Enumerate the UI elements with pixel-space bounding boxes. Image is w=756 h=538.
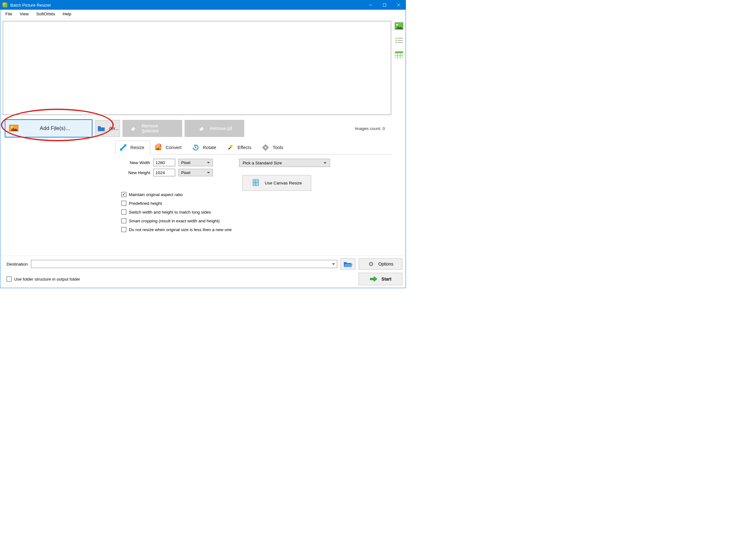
thumbnails-icon — [395, 22, 404, 30]
view-mode-toolbar — [392, 19, 406, 255]
effects-icon — [226, 143, 234, 152]
checkbox-icon — [121, 218, 126, 223]
window-title: Batch Picture Resizer — [10, 3, 51, 8]
svg-point-39 — [396, 42, 397, 43]
check-no-resize-smaller[interactable]: Do not resize when original size is less… — [121, 227, 340, 232]
resize-icon — [119, 143, 127, 152]
svg-marker-10 — [199, 127, 204, 131]
view-list-button[interactable] — [394, 35, 404, 45]
svg-marker-50 — [370, 277, 377, 282]
tab-bar: Resize Convert Rotate — [115, 140, 391, 154]
canvas-icon — [252, 178, 261, 188]
chevron-down-icon — [332, 263, 335, 265]
gear-icon — [368, 260, 375, 267]
minimize-button[interactable] — [363, 0, 377, 10]
new-height-input[interactable] — [153, 169, 175, 176]
menu-file[interactable]: File — [2, 10, 16, 18]
menu-softorbits[interactable]: SoftOrbits — [32, 10, 59, 18]
eraser-icon — [129, 124, 138, 133]
browse-button[interactable] — [341, 258, 355, 270]
width-unit-select[interactable]: Pixel — [178, 159, 213, 166]
height-unit-select[interactable]: Pixel — [178, 169, 213, 176]
svg-rect-27 — [268, 147, 269, 148]
svg-marker-47 — [344, 264, 352, 267]
add-folder-label: der... — [109, 126, 119, 131]
minimize-icon — [369, 3, 372, 7]
folder-icon — [97, 124, 105, 133]
maximize-icon — [383, 3, 386, 7]
checkbox-icon — [7, 277, 12, 282]
chevron-down-icon — [207, 162, 210, 163]
chevron-down-icon — [324, 162, 327, 164]
svg-point-32 — [396, 24, 398, 26]
svg-point-19 — [195, 147, 197, 148]
add-folder-button[interactable]: der... — [95, 120, 120, 137]
eraser-all-icon — [197, 124, 206, 133]
svg-line-11 — [121, 145, 126, 150]
view-thumbnails-button[interactable] — [394, 21, 404, 31]
titlebar: Batch Picture Resizer — [0, 0, 406, 10]
images-count: Images count: 0 — [355, 126, 389, 131]
list-icon — [395, 37, 403, 43]
image-list[interactable] — [3, 21, 391, 115]
menu-help[interactable]: Help — [59, 10, 75, 18]
file-ops-toolbar: Add File(s)... der... Remove Selected — [3, 115, 391, 140]
new-width-input[interactable] — [153, 159, 175, 166]
svg-rect-38 — [398, 40, 403, 41]
check-predefined-height[interactable]: Predefined height — [121, 201, 340, 206]
add-files-button[interactable]: Add File(s)... — [5, 119, 93, 137]
svg-point-23 — [265, 146, 266, 148]
check-smart-cropping[interactable]: Smart cropping (result in exact width an… — [121, 218, 340, 223]
checkbox-icon — [121, 227, 126, 232]
checkbox-checked-icon: ✔ — [121, 192, 126, 197]
gear-icon — [261, 143, 270, 152]
close-button[interactable] — [392, 0, 406, 10]
check-switch-wh[interactable]: Switch width and height to match long si… — [121, 209, 340, 215]
arrow-right-icon — [369, 276, 378, 282]
svg-rect-36 — [398, 38, 403, 38]
tab-resize[interactable]: Resize — [115, 140, 150, 154]
checkbox-icon — [121, 201, 126, 206]
rotate-icon — [192, 143, 200, 152]
standard-size-select[interactable]: Pick a Standard Size — [239, 159, 330, 167]
svg-rect-40 — [398, 42, 403, 43]
options-button[interactable]: Options — [358, 258, 403, 270]
new-width-label: New Width — [121, 160, 150, 165]
tab-rotate[interactable]: Rotate — [187, 140, 222, 154]
chevron-down-icon — [207, 172, 210, 174]
picture-icon — [9, 123, 20, 134]
check-maintain-aspect[interactable]: ✔ Maintain original aspect ratio — [121, 192, 340, 197]
remove-all-button[interactable]: Remove All — [185, 120, 244, 137]
svg-marker-9 — [131, 127, 135, 131]
new-height-label: New Height — [121, 170, 150, 175]
tab-effects[interactable]: Effects — [222, 140, 257, 154]
view-details-button[interactable] — [394, 50, 404, 60]
svg-point-35 — [396, 37, 397, 39]
tab-convert[interactable]: Convert — [150, 140, 187, 154]
svg-point-5 — [11, 126, 13, 128]
svg-rect-26 — [262, 147, 263, 148]
svg-rect-42 — [395, 51, 403, 53]
grid-icon — [395, 51, 403, 58]
destination-label: Destination — [7, 262, 28, 266]
check-use-folder-structure[interactable]: Use folder structure in output folder — [7, 277, 80, 282]
tab-tools[interactable]: Tools — [257, 140, 289, 154]
convert-icon — [154, 143, 162, 152]
add-files-label: Add File(s)... — [24, 125, 86, 132]
svg-rect-25 — [265, 150, 266, 151]
app-window: Batch Picture Resizer File View SoftOrbi… — [0, 0, 406, 288]
menu-bar: File View SoftOrbits Help — [0, 10, 406, 19]
maximize-button[interactable] — [377, 0, 392, 10]
footer: Destination Options Use folder structure… — [0, 255, 406, 288]
svg-point-15 — [157, 146, 158, 148]
start-button[interactable]: Start — [358, 273, 403, 285]
destination-combobox[interactable] — [31, 260, 337, 268]
remove-selected-label: Remove Selected — [142, 123, 176, 134]
use-canvas-resize-button[interactable]: Use Canvas Resize — [242, 175, 311, 191]
svg-rect-1 — [383, 4, 386, 7]
menu-view[interactable]: View — [16, 10, 32, 18]
svg-point-49 — [370, 263, 372, 265]
folder-open-icon — [343, 260, 352, 268]
remove-all-label: Remove All — [210, 126, 232, 131]
remove-selected-button[interactable]: Remove Selected — [123, 120, 182, 137]
